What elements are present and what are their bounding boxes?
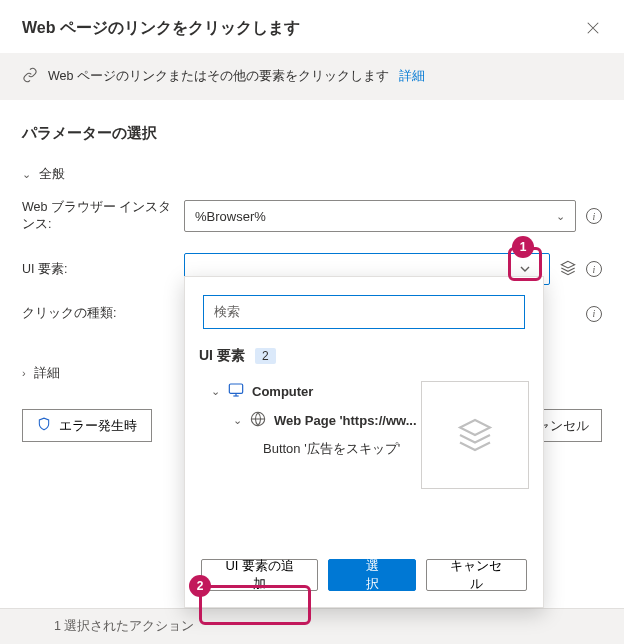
add-ui-element-button[interactable]: UI 要素の追加 [201,559,318,591]
chevron-down-icon: ⌄ [22,168,31,181]
ui-element-label: UI 要素: [22,261,184,278]
browser-instance-dropdown[interactable]: %Browser% ⌄ [184,200,576,232]
chevron-down-icon: ⌄ [211,385,220,398]
ui-element-picker: 検索 UI 要素 2 ⌄ Computer ⌄ Web Page 'https:… [184,276,544,608]
layers-icon [457,417,493,453]
section-detail-label: 詳細 [34,364,60,382]
browser-instance-label: Web ブラウザー インスタンス: [22,199,184,233]
marker-1: 1 [512,236,534,258]
cancel-button[interactable]: キャンセル [426,559,527,591]
ui-elements-header-text: UI 要素 [199,347,245,365]
chevron-down-icon: ⌄ [233,414,242,427]
dialog-header: Web ページのリンクをクリックします [0,0,624,53]
info-icon[interactable]: i [586,261,602,277]
globe-icon [250,411,266,430]
dialog-title: Web ページのリンクをクリックします [22,18,300,39]
link-icon [22,67,38,86]
tree-label: Computer [252,384,313,399]
params-header: パラメーターの選択 [0,100,624,159]
on-error-button[interactable]: エラー発生時 [22,409,152,442]
info-link[interactable]: 詳細 [399,68,425,85]
chevron-right-icon: › [22,367,26,379]
layers-icon[interactable] [560,260,576,279]
section-general[interactable]: ⌄ 全般 [0,159,624,189]
marker-2: 2 [189,575,211,597]
ui-elements-header: UI 要素 2 [185,343,543,377]
info-text: Web ページのリンクまたはその他の要素をクリックします [48,68,389,85]
info-icon[interactable]: i [586,306,602,322]
preview-pane [421,381,529,489]
shield-icon [37,417,51,434]
select-button[interactable]: 選択 [328,559,415,591]
dialog: Web ページのリンクをクリックします Web ページのリンクまたはその他の要素… [0,0,624,644]
field-browser-instance: Web ブラウザー インスタンス: %Browser% ⌄ i [0,189,624,243]
chevron-down-icon: ⌄ [556,210,565,223]
svg-rect-1 [229,384,242,393]
status-bar: 1 選択されたアクション [0,608,624,644]
search-input[interactable]: 検索 [203,295,525,329]
close-icon[interactable] [586,21,602,37]
info-icon[interactable]: i [586,208,602,224]
status-text: 1 選択されたアクション [54,618,194,635]
search-placeholder: 検索 [214,303,240,321]
section-general-label: 全般 [39,165,65,183]
tree-label: Button '広告をスキップ' [263,440,400,458]
svg-marker-6 [460,420,490,435]
info-bar: Web ページのリンクまたはその他の要素をクリックします 詳細 [0,53,624,100]
click-type-label: クリックの種類: [22,305,184,322]
on-error-label: エラー発生時 [59,417,137,435]
popup-footer: UI 要素の追加 選択 キャンセル [185,543,543,591]
tree-label: Web Page 'https://ww... [274,413,417,428]
svg-marker-0 [561,261,574,268]
ui-elements-count: 2 [255,348,276,364]
browser-instance-value: %Browser% [195,209,266,224]
monitor-icon [228,382,244,401]
